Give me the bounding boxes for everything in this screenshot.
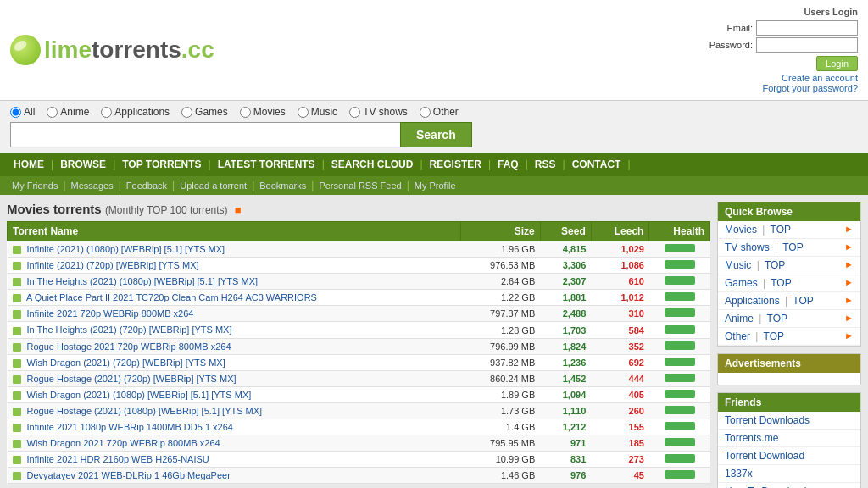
sec-nav-upload[interactable]: Upload a torrent [175,176,252,195]
password-input[interactable] [756,37,858,53]
login-button[interactable]: Login [816,56,858,71]
search-row: Search [10,122,858,147]
nav-search-cloud[interactable]: SEARCH CLOUD [325,152,420,176]
health-bar [665,438,695,446]
torrent-seed: 831 [540,452,591,468]
friend-how-to-download[interactable]: How To Download [718,483,860,488]
torrent-link[interactable]: Rogue Hostage (2021) (720p) [WEBRip] [YT… [27,374,236,384]
torrent-link[interactable]: Rogue Hostage (2021) (1080p) [WEBRip] [5… [27,406,263,416]
radio-anime[interactable]: Anime [47,106,89,118]
sec-nav-bookmarks[interactable]: Bookmarks [254,176,311,195]
nav-latest-torrents[interactable]: LATEST TORRENTS [211,152,322,176]
quick-browse-tvshows[interactable]: TV shows | TOP ► [718,239,860,257]
torrent-link[interactable]: Devyatayev 2021 WEB-DLRip 1 46Gb MegaPee… [27,470,231,480]
health-bar [665,470,695,479]
torrent-leech: 352 [591,338,649,354]
users-login-label: Users Login [709,7,858,17]
health-bar [665,422,695,430]
search-input[interactable] [10,122,400,147]
friend-torrent-downloads[interactable]: Torrent Downloads [718,412,860,430]
nav-top-torrents[interactable]: TOP TORRENTS [115,152,208,176]
friend-1337x[interactable]: 1337x [718,465,860,483]
torrent-link[interactable]: Infinite (2021) (1080p) [WEBRip] [5.1] [… [27,244,225,254]
radio-applications[interactable]: Applications [101,106,170,118]
health-bar [665,390,695,398]
page-title-text: Movies torrents [7,202,102,216]
table-row: Infinite 2021 HDR 2160p WEB H265-NAISU 1… [8,452,710,468]
quick-browse-applications[interactable]: Applications | TOP ► [718,292,860,310]
torrent-health [649,370,710,386]
radio-music[interactable]: Music [298,106,337,118]
nav-browse[interactable]: BROWSE [53,152,113,176]
torrent-link[interactable]: Wish Dragon 2021 720p WEBRip 800MB x264 [27,438,220,448]
quick-browse-movies[interactable]: Movies | TOP ► [718,221,860,239]
torrent-link[interactable]: Rogue Hostage 2021 720p WEBRip 800MB x26… [27,341,231,352]
col-name: Torrent Name [8,222,461,241]
table-header-row: Torrent Name Size Seed Leech Health [8,222,710,241]
sec-nav-profile[interactable]: My Profile [409,176,461,195]
torrents-body: Infinite (2021) (1080p) [WEBRip] [5.1] [… [8,241,710,484]
forgot-password-link[interactable]: Forgot your password? [763,83,859,93]
radio-all[interactable]: All [10,106,35,118]
quick-browse-music[interactable]: Music | TOP ► [718,257,860,274]
sec-nav-messages[interactable]: Messages [66,176,119,195]
create-account-link[interactable]: Create an account [782,73,858,83]
nav-register[interactable]: REGISTER [423,152,488,176]
torrent-link[interactable]: In The Heights (2021) (1080p) [WEBRip] [… [27,276,258,286]
torrent-size: 1.96 GB [460,241,540,258]
sec-nav-feedback[interactable]: Feedback [121,176,172,195]
torrent-size: 937.82 MB [460,354,540,370]
health-bar [665,292,695,301]
friends-title: Friends [718,393,860,412]
friend-torrents-me[interactable]: Torrents.me [718,430,860,447]
torrent-size: 797.37 MB [460,306,540,322]
health-bar [665,276,695,285]
health-bar [665,325,695,334]
torrent-link[interactable]: Infinite (2021) (720p) [WEBRip] [YTS MX] [27,260,199,270]
torrent-seed: 4,815 [540,241,591,258]
torrent-leech: 1,029 [591,241,649,258]
torrent-name-cell: Rogue Hostage (2021) (1080p) [WEBRip] [5… [8,402,461,419]
nav-home[interactable]: HOME [7,152,51,176]
radio-tvshows[interactable]: TV shows [349,106,408,118]
quick-browse-games[interactable]: Games | TOP ► [718,274,860,292]
torrent-name-cell: Wish Dragon 2021 720p WEBRip 800MB x264 [8,435,461,452]
friends-content: Torrent Downloads Torrents.me Torrent Do… [718,412,860,488]
health-bar [665,308,695,317]
friend-torrent-download[interactable]: Torrent Download [718,447,860,465]
nav-faq[interactable]: FAQ [491,152,526,176]
torrent-seed: 1,094 [540,386,591,402]
torrent-health [649,435,710,452]
rss-icon[interactable]: ■ [235,203,242,216]
torrent-link[interactable]: Infinite 2021 720p WEBRip 800MB x264 [27,308,194,319]
quick-browse-box: Quick Browse Movies | TOP ► TV shows | T… [717,202,861,347]
torrent-icon [13,440,21,448]
nav-contact[interactable]: CONTACT [565,152,628,176]
torrent-link[interactable]: Wish Dragon (2021) (1080p) [WEBRip] [5.1… [27,390,252,400]
torrent-size: 1.28 GB [460,322,540,338]
quick-browse-other[interactable]: Other | TOP ► [718,328,860,346]
table-row: Devyatayev 2021 WEB-DLRip 1 46Gb MegaPee… [8,468,710,484]
torrent-seed: 2,307 [540,274,591,290]
radio-row: All Anime Applications Games Movies Musi… [10,106,858,118]
email-input[interactable] [756,20,858,36]
radio-other[interactable]: Other [420,106,459,118]
torrent-link[interactable]: Wish Dragon (2021) (720p) [WEBRip] [YTS … [27,358,225,368]
sec-nav-my-friends[interactable]: My Friends [7,176,63,195]
logo: limetorrents.cc [44,36,214,64]
radio-games[interactable]: Games [181,106,228,118]
torrent-link[interactable]: Infinite 2021 HDR 2160p WEB H265-NAISU [27,454,209,464]
search-button[interactable]: Search [400,122,472,147]
torrent-link[interactable]: A Quiet Place Part II 2021 TC720p Clean … [26,292,317,302]
radio-movies[interactable]: Movies [240,106,286,118]
quick-browse-anime[interactable]: Anime | TOP ► [718,310,860,328]
torrent-seed: 971 [540,435,591,452]
table-row: Wish Dragon (2021) (720p) [WEBRip] [YTS … [8,354,710,370]
torrent-link[interactable]: In The Heights (2021) (720p) [WEBRip] [Y… [27,324,232,335]
sec-nav-rss[interactable]: Personal RSS Feed [314,176,406,195]
sep: | [627,158,630,170]
torrent-name-cell: Infinite 2021 HDR 2160p WEB H265-NAISU [8,452,461,468]
nav-rss[interactable]: RSS [528,152,563,176]
torrent-icon [13,391,21,400]
torrent-link[interactable]: Infinite 2021 1080p WEBRip 1400MB DD5 1 … [27,422,233,432]
